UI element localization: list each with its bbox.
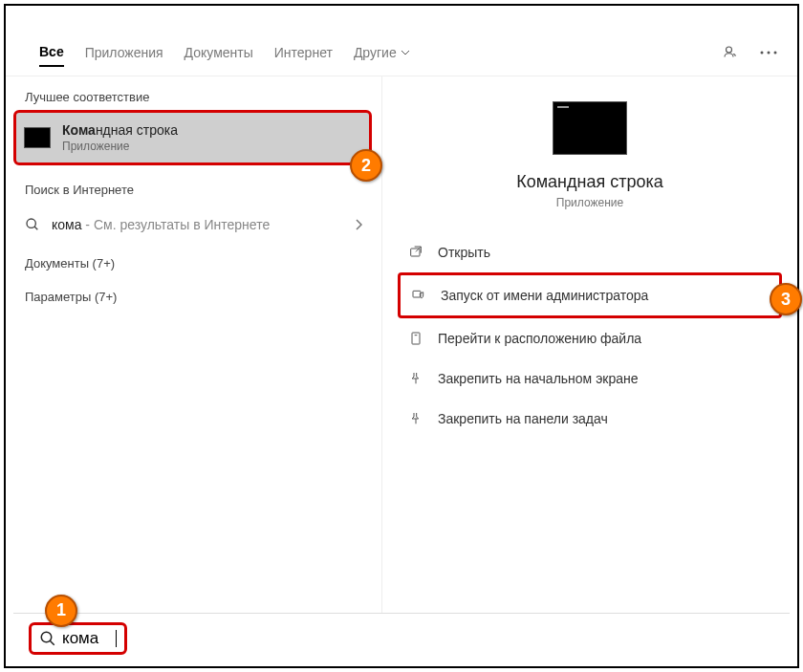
tab-apps[interactable]: Приложения	[85, 39, 163, 66]
preview-panel: Командная строка Приложение Открыть Запу…	[382, 76, 797, 613]
open-icon	[407, 244, 424, 261]
action-pin-start[interactable]: Закрепить на начальном экране	[398, 358, 782, 399]
svg-point-1	[761, 51, 764, 54]
svg-line-5	[34, 227, 37, 229]
svg-rect-7	[413, 291, 421, 297]
filter-tabs: Все Приложения Документы Интернет Другие	[6, 29, 797, 76]
result-command-prompt[interactable]: Командная строка Приложение 2	[13, 110, 372, 165]
preview-title: Командная строка	[382, 172, 797, 192]
section-best-match: Лучшее соответствие	[6, 86, 381, 110]
svg-rect-8	[412, 333, 420, 344]
results-panel: Лучшее соответствие Командная строка При…	[6, 76, 382, 613]
annotation-badge-2: 2	[350, 149, 382, 182]
chevron-down-icon	[401, 50, 410, 55]
section-parameters[interactable]: Параметры (7+)	[6, 286, 381, 310]
pin-start-icon	[407, 370, 424, 387]
action-open-location[interactable]: Перейти к расположению файла	[398, 318, 782, 358]
result-subtitle: Приложение	[62, 140, 178, 153]
more-icon[interactable]	[759, 43, 778, 62]
annotation-badge-3: 3	[770, 283, 802, 315]
action-open-location-label: Перейти к расположению файла	[438, 331, 641, 346]
action-open[interactable]: Открыть	[398, 232, 782, 272]
tab-all[interactable]: Все	[39, 38, 64, 67]
result-title: Командная строка	[62, 122, 178, 138]
tab-docs[interactable]: Документы	[184, 39, 253, 66]
section-documents[interactable]: Документы (7+)	[6, 252, 381, 276]
tab-other[interactable]: Другие	[354, 39, 410, 66]
tab-internet[interactable]: Интернет	[274, 39, 333, 66]
search-box[interactable]: 1	[29, 622, 127, 655]
result-web-search[interactable]: кома - См. результаты в Интернете	[6, 203, 381, 247]
svg-line-11	[50, 640, 54, 645]
svg-point-2	[768, 51, 770, 54]
text-cursor	[116, 630, 117, 647]
command-prompt-icon	[24, 127, 51, 148]
search-icon	[39, 630, 56, 647]
search-bar: 1	[13, 613, 790, 662]
folder-icon	[407, 330, 424, 347]
preview-thumbnail	[553, 101, 627, 155]
action-run-as-admin-label: Запуск от имени администратора	[441, 288, 648, 303]
svg-point-3	[774, 51, 777, 54]
action-pin-taskbar[interactable]: Закрепить на панели задач	[398, 399, 782, 439]
action-pin-start-label: Закрепить на начальном экране	[438, 371, 639, 386]
svg-point-4	[27, 219, 35, 228]
action-run-as-admin[interactable]: Запуск от имени администратора 3	[398, 272, 782, 318]
section-web-search: Поиск в Интернете	[6, 179, 381, 203]
preview-subtitle: Приложение	[382, 196, 797, 209]
action-open-label: Открыть	[438, 245, 490, 260]
web-search-text: кома - См. результаты в Интернете	[52, 217, 270, 232]
annotation-badge-1: 1	[45, 595, 77, 627]
shield-icon	[410, 287, 427, 304]
svg-point-10	[41, 632, 52, 642]
search-input[interactable]	[62, 629, 110, 648]
svg-point-0	[727, 47, 732, 53]
pin-taskbar-icon	[407, 410, 424, 427]
chevron-right-icon	[355, 219, 362, 230]
action-pin-taskbar-label: Закрепить на панели задач	[438, 411, 608, 426]
tab-other-label: Другие	[354, 45, 397, 60]
search-icon	[25, 217, 40, 232]
feedback-icon[interactable]	[721, 43, 740, 62]
